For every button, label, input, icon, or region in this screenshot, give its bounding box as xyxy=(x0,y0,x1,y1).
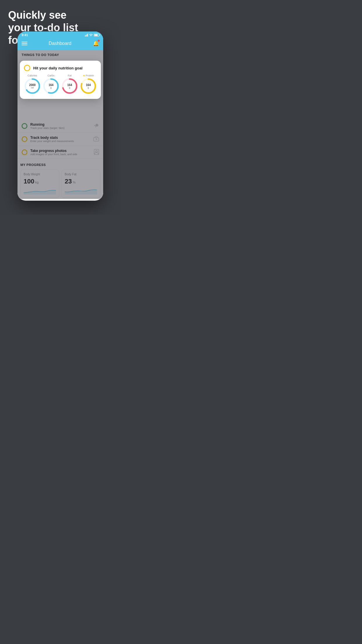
todo-progress-photos[interactable]: Take progress photos Add images of your … xyxy=(17,146,103,159)
menu-button[interactable] xyxy=(22,42,27,45)
wifi-icon xyxy=(89,34,93,36)
todo-title-photos: Take progress photos xyxy=(30,149,91,153)
calories-label: Calories xyxy=(27,74,37,77)
star-icon: ★ xyxy=(83,74,85,77)
status-icons xyxy=(85,34,99,36)
nutrition-calories: Calories 2000 cal xyxy=(24,74,41,94)
nutrition-card-header: Hit your daily nutrition goal xyxy=(24,65,97,71)
fat-ring: 164 g xyxy=(61,78,78,94)
carbs-ring: 164 g xyxy=(43,78,59,94)
nutrition-card: Hit your daily nutrition goal Calories 2… xyxy=(20,61,101,99)
todo-sub-running: Track your stats (target: 5km) xyxy=(30,127,90,130)
todo-list: Running Track your stats (target: 5km) T… xyxy=(17,120,103,159)
app-header: Dashboard 🔔 xyxy=(17,38,103,50)
fat-label: Fat xyxy=(68,74,71,77)
running-icon xyxy=(93,123,99,129)
header-title: Dashboard xyxy=(49,41,71,46)
battery-icon xyxy=(94,34,99,36)
body-fat-value: 23 % xyxy=(65,178,97,185)
todo-circle-running xyxy=(22,123,27,129)
scale-icon xyxy=(93,136,99,142)
svg-point-11 xyxy=(96,139,97,140)
phone-mockup: 9:41 Dashboard 🔔 xyxy=(17,32,103,201)
svg-point-0 xyxy=(91,36,91,36)
nutrition-protein: ★ Protein 164 g xyxy=(80,74,96,94)
phone-content: THINGS TO DO TODAY Hit your daily nutrit… xyxy=(17,50,103,199)
body-weight-card: Body Weight 100 kg xyxy=(20,169,59,198)
calories-ring: 2000 cal xyxy=(24,78,41,94)
nutrition-fat: Fat 164 g xyxy=(61,74,78,94)
todo-title-body-stats: Track body stats xyxy=(30,136,90,140)
carbs-label: Carbs xyxy=(48,74,55,77)
todo-sub-body-stats: Enter your weight and measurements xyxy=(30,140,90,143)
notification-dot xyxy=(98,40,100,42)
body-fat-chart xyxy=(65,188,97,195)
todo-circle-photos xyxy=(22,149,27,155)
notification-button[interactable]: 🔔 xyxy=(93,40,99,47)
nutrition-circles: Calories 2000 cal Carbs xyxy=(24,74,97,94)
things-to-do-header: THINGS TO DO TODAY xyxy=(17,50,103,58)
nutrition-carbs: Carbs 164 g xyxy=(43,74,59,94)
nutrition-check-circle[interactable] xyxy=(24,65,30,71)
todo-body-stats[interactable]: Track body stats Enter your weight and m… xyxy=(17,133,103,146)
body-weight-value: 100 kg xyxy=(24,178,56,185)
progress-cards: Body Weight 100 kg Body Fat xyxy=(20,169,100,198)
protein-ring: 164 g xyxy=(80,78,96,94)
body-fat-card: Body Fat 23 % xyxy=(61,169,100,198)
svg-point-13 xyxy=(96,150,97,152)
body-weight-label: Body Weight xyxy=(24,173,56,176)
time: 9:41 xyxy=(22,33,28,37)
status-bar: 9:41 xyxy=(17,32,103,38)
signal-icon xyxy=(85,34,88,36)
nutrition-card-title: Hit your daily nutrition goal xyxy=(33,66,82,70)
body-weight-chart xyxy=(24,188,56,195)
todo-info-body-stats: Track body stats Enter your weight and m… xyxy=(30,136,90,143)
todo-circle-body-stats xyxy=(22,136,27,142)
todo-sub-photos: Add images of your front, back, and side xyxy=(30,153,91,156)
todo-info-running: Running Track your stats (target: 5km) xyxy=(30,123,90,130)
body-fat-label: Body Fat xyxy=(65,173,97,176)
my-progress-title: MY PROGRESS xyxy=(20,163,100,167)
person-icon xyxy=(94,149,99,156)
protein-label: ★ Protein xyxy=(83,74,94,77)
todo-title-running: Running xyxy=(30,123,90,127)
todo-running[interactable]: Running Track your stats (target: 5km) xyxy=(17,120,103,133)
my-progress-section: MY PROGRESS Body Weight 100 kg xyxy=(17,159,103,199)
todo-info-photos: Take progress photos Add images of your … xyxy=(30,149,91,156)
